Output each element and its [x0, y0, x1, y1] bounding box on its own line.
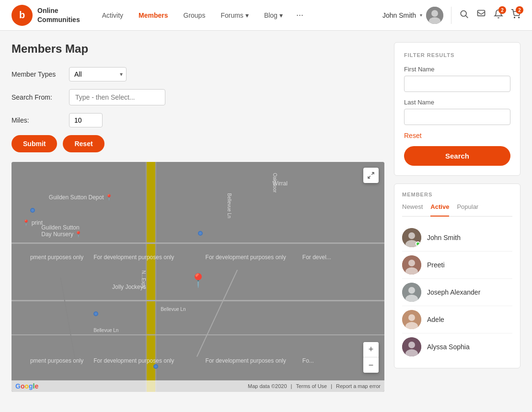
svg-point-23 [408, 342, 415, 348]
notification-icon[interactable]: 2 [494, 9, 503, 21]
map-footer-links: Map data ©2020 | Terms of Use | Report a… [248, 383, 381, 389]
user-name-label: John Smith [382, 11, 416, 19]
map-dot-2 [30, 208, 35, 213]
map-background: pment purposes only For development purp… [12, 162, 384, 392]
search-icon[interactable] [459, 9, 469, 21]
member-types-label: Member Types [12, 70, 64, 78]
list-item[interactable]: Preeti [402, 252, 512, 279]
nav-item-groups[interactable]: Groups [177, 8, 212, 23]
reset-button[interactable]: Reset [63, 135, 104, 152]
member-name-label: Preeti [427, 261, 445, 269]
svg-point-14 [408, 260, 415, 266]
nav-item-forums[interactable]: Forums ▾ [214, 8, 255, 23]
header-right: John Smith ▾ 2 [382, 7, 520, 24]
nav-item-activity[interactable]: Activity [95, 8, 130, 23]
member-name-label: Alyssa Sophia [427, 343, 470, 351]
map-label-depot: Guilden Sutton Depot 📍 [49, 194, 113, 201]
map-zoom-controls: + − [363, 342, 379, 373]
map-watermark-8: Fo... [302, 357, 314, 364]
map-watermark-4: For devel... [302, 254, 331, 261]
map-terms-link[interactable]: Terms of Use [296, 383, 327, 389]
map-zoom-out-button[interactable]: − [363, 357, 379, 373]
blog-chevron-icon: ▾ [279, 11, 283, 19]
svg-point-6 [514, 17, 515, 18]
list-item[interactable]: Alyssa Sophia [402, 333, 512, 360]
map-report-link[interactable]: Report a map error [336, 383, 381, 389]
brand-name: Online Communities [37, 6, 80, 23]
tab-newest[interactable]: Newest [402, 203, 423, 212]
map-bellevue2: Bellevue Ln [93, 328, 118, 333]
cart-badge: 2 [516, 6, 523, 14]
filter-title: FILTER RESULTS [404, 52, 510, 58]
miles-label: Miles: [12, 116, 64, 124]
svg-line-4 [466, 16, 468, 18]
tab-active[interactable]: Active [430, 203, 449, 217]
logo-area: b Online Communities [12, 5, 80, 26]
map-watermark-6: For development purposes only [93, 357, 174, 364]
inbox-icon[interactable] [476, 9, 486, 21]
members-tabs: Newest Active Popular [402, 203, 512, 217]
filter-box: FILTER RESULTS First Name Last Name Rese… [394, 42, 520, 176]
svg-point-3 [461, 11, 466, 16]
svg-point-17 [408, 287, 415, 294]
nav-more-button[interactable]: ··· [291, 6, 308, 24]
map-label-jolly: Jolly Jockeys [112, 284, 146, 290]
miles-row: Miles: [12, 113, 384, 127]
member-name-label: John Smith [427, 234, 461, 241]
cart-icon[interactable]: 2 [511, 9, 520, 21]
form-buttons: Submit Reset [12, 135, 384, 152]
first-name-label: First Name [404, 66, 510, 73]
member-avatar-image [402, 283, 421, 302]
user-chevron-icon: ▾ [420, 12, 422, 18]
map-dot-3 [93, 311, 98, 316]
list-item[interactable]: Joseph Alexander [402, 279, 512, 306]
map-watermark-3: For development purposes only [206, 254, 286, 261]
member-name-label: Joseph Alexander [427, 288, 480, 296]
map-label-wirral: Wirral [273, 180, 288, 187]
map-zoom-in-button[interactable]: + [363, 342, 379, 357]
svg-point-1 [431, 10, 438, 17]
avatar [402, 283, 421, 302]
search-button[interactable]: Search [404, 146, 510, 166]
map-pin: 📍 [190, 273, 207, 288]
map-label-print: 📍 print [23, 219, 43, 226]
user-info[interactable]: John Smith ▾ [382, 7, 443, 24]
logo-icon[interactable]: b [12, 5, 33, 26]
map-expand-button[interactable] [363, 168, 379, 183]
miles-input[interactable] [69, 113, 103, 127]
list-item[interactable]: Adele [402, 306, 512, 333]
last-name-label: Last Name [404, 99, 510, 106]
submit-button[interactable]: Submit [12, 135, 57, 152]
nav-item-members[interactable]: Members [132, 8, 174, 23]
members-list: John Smith Preeti Joseph Alexander [402, 224, 512, 360]
nav-item-blog[interactable]: Blog ▾ [257, 8, 289, 23]
notification-badge: 2 [498, 6, 506, 14]
map-watermark-2: For development purposes only [93, 254, 174, 261]
forums-chevron-icon: ▾ [245, 11, 249, 19]
map-copyright: Map data ©2020 [248, 383, 287, 389]
member-types-row: Member Types All [12, 67, 384, 81]
last-name-input[interactable] [404, 109, 510, 125]
header-divider [451, 7, 451, 24]
tab-popular[interactable]: Popular [457, 203, 478, 212]
right-panel: FILTER RESULTS First Name Last Name Rese… [394, 42, 520, 392]
page-title: Members Map [12, 42, 384, 56]
member-avatar-image [402, 337, 421, 356]
list-item[interactable]: John Smith [402, 224, 512, 252]
avatar [402, 337, 421, 356]
left-panel: Members Map Member Types All Search From… [12, 42, 384, 392]
svg-point-20 [408, 314, 415, 321]
first-name-input[interactable] [404, 76, 510, 92]
avatar [402, 310, 421, 329]
map-bellevue3: Bellevue Ln [227, 194, 232, 218]
main-content: Members Map Member Types All Search From… [0, 31, 532, 403]
search-from-input[interactable] [69, 89, 165, 105]
svg-point-7 [519, 17, 520, 18]
map-dot-4 [153, 364, 158, 369]
map-container[interactable]: pment purposes only For development purp… [12, 162, 384, 392]
filter-reset-link[interactable]: Reset [404, 132, 510, 139]
svg-line-9 [368, 176, 370, 178]
svg-line-8 [371, 172, 374, 175]
map-footer: Google Map data ©2020 | Terms of Use | R… [12, 380, 384, 392]
member-types-select[interactable]: All [69, 67, 127, 81]
